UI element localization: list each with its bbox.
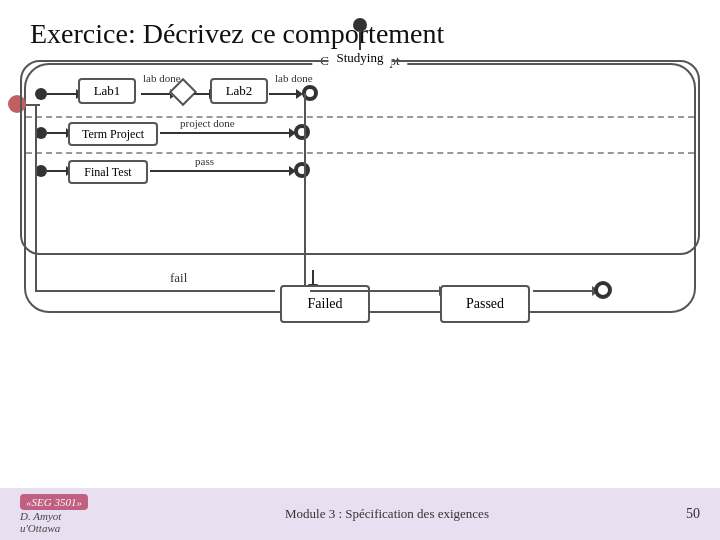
footer-module-text: Module 3 : Spécification des exigences	[285, 506, 489, 522]
seg-badge: «SEG 3501»	[20, 494, 88, 510]
pass-arrow	[150, 170, 290, 172]
lab-row-final-dot-inner	[306, 89, 314, 97]
studying-label: Studying	[329, 50, 392, 66]
studying-right-join-line	[304, 93, 306, 181]
vert-drop-right	[304, 181, 306, 290]
lab-done-label-2: lab done	[275, 72, 313, 84]
lab2-state: Lab2	[210, 78, 268, 104]
lab1-state: Lab1	[78, 78, 136, 104]
term-entry-arrow	[47, 132, 67, 134]
finaltest-entry-arrow	[47, 170, 67, 172]
footer-page-number: 50	[686, 506, 700, 522]
term-project-state: Term Project	[68, 122, 158, 146]
top-initial-dot	[353, 18, 367, 32]
dashed-separator-1	[26, 116, 694, 118]
project-done-label: project done	[180, 117, 235, 129]
final-test-state: Final Test	[68, 160, 148, 184]
failed-to-passed-arrow	[310, 290, 440, 292]
lab1-done-arrow	[141, 93, 171, 95]
footer: «SEG 3501» D. Amyot u'Ottawa Module 3 : …	[0, 488, 720, 540]
diamond-to-lab2-arrow	[194, 93, 210, 95]
fail-loop-vertical	[35, 104, 37, 290]
lab-done-label-1: lab done	[143, 72, 181, 84]
footer-left: «SEG 3501» D. Amyot u'Ottawa	[20, 494, 88, 534]
lab2-done-arrow	[269, 93, 297, 95]
lab1-initial-dot	[35, 88, 47, 100]
fail-label: fail	[170, 270, 187, 286]
fail-loop-horizontal	[35, 290, 275, 292]
outer-final-dot-inner	[598, 285, 608, 295]
fail-down-arrow	[312, 270, 314, 285]
passed-state: Passed	[440, 285, 530, 323]
dashed-separator-2	[26, 152, 694, 154]
footer-author-line2: u'Ottawa	[20, 522, 60, 534]
pass-label: pass	[195, 155, 214, 167]
lab1-entry-arrow	[47, 93, 77, 95]
project-done-arrow	[160, 132, 290, 134]
exit-arrow	[533, 290, 593, 292]
footer-author-line1: D. Amyot	[20, 510, 61, 522]
